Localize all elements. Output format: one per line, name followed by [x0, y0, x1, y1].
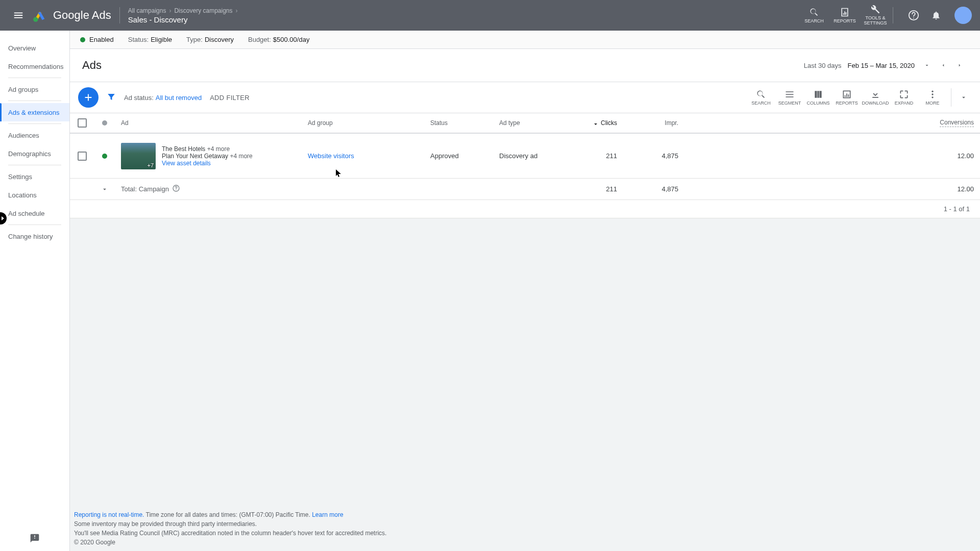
date-range-label: Last 30 days — [804, 62, 842, 69]
table-header: Ad Ad group Status Ad type Clicks Impr. … — [70, 113, 980, 134]
page-header: Ads Last 30 days Feb 15 – Mar 15, 2020 — [70, 49, 980, 82]
type-value: Discovery — [205, 36, 234, 43]
col-ad-group[interactable]: Ad group — [302, 119, 424, 127]
chevron-down-icon[interactable] — [919, 57, 935, 73]
svg-point-4 — [932, 93, 933, 95]
logo[interactable]: Google Ads — [33, 8, 111, 22]
toolbar-reports[interactable]: REPORTS — [832, 89, 861, 106]
app-header: Google Ads All campaigns › Discovery cam… — [0, 0, 980, 31]
status-dot-enabled — [80, 37, 85, 42]
divider — [119, 7, 120, 23]
type-label: Type: — [186, 36, 203, 43]
col-ad[interactable]: Ad — [115, 119, 302, 127]
product-name: Google Ads — [53, 9, 111, 22]
menu-icon[interactable] — [8, 5, 29, 26]
crumb-discovery-campaigns[interactable]: Discovery campaigns — [174, 7, 232, 14]
divider — [893, 7, 893, 23]
total-expand-chevron[interactable] — [94, 186, 115, 193]
table-row: +7 The Best Hotels +4 more Plan Your Nex… — [70, 134, 980, 179]
add-button[interactable] — [78, 87, 99, 108]
row-ad-type: Discovery ad — [493, 152, 562, 160]
budget-label: Budget: — [248, 36, 271, 43]
footer: Reporting is not real-time. Time zone fo… — [70, 506, 980, 551]
toolbar-search[interactable]: SEARCH — [747, 89, 775, 106]
sidebar-item-recommendations[interactable]: Recommendations — [0, 57, 69, 76]
col-conversions[interactable]: Conversions — [684, 119, 980, 127]
row-status: Approved — [424, 152, 493, 160]
campaign-enabled-label[interactable]: Enabled — [89, 36, 114, 43]
date-range-value[interactable]: Feb 15 – Mar 15, 2020 — [847, 62, 915, 69]
ad-group-link[interactable]: Website visitors — [302, 152, 424, 160]
toolbar-segment[interactable]: SEGMENT — [775, 89, 804, 106]
table-total-row: Total: Campaign 211 4,875 12.00 — [70, 179, 980, 200]
page-title: Ads — [82, 59, 102, 72]
table-pager: 1 - 1 of 1 — [70, 200, 980, 218]
status-value: Eligible — [151, 36, 172, 43]
learn-more-link[interactable]: Learn more — [312, 511, 343, 518]
crumb-all-campaigns[interactable]: All campaigns — [128, 7, 166, 14]
select-all-checkbox[interactable] — [78, 118, 87, 128]
status-label: Status: — [128, 36, 149, 43]
footer-line2: Some inventory may be provided through t… — [74, 519, 976, 529]
sidebar-item-ads-extensions[interactable]: Ads & extensions — [0, 103, 69, 121]
sidebar-item-overview[interactable]: Overview — [0, 39, 69, 57]
ad-title-lines: The Best Hotels +4 more Plan Your Next G… — [162, 145, 253, 167]
col-impr[interactable]: Impr. — [623, 119, 684, 127]
top-reports-button[interactable]: REPORTS — [829, 7, 860, 23]
filter-icon[interactable] — [107, 92, 116, 103]
row-conv: 12.00 — [684, 152, 980, 160]
add-filter-button[interactable]: ADD FILTER — [210, 94, 250, 102]
status-dot-header[interactable] — [102, 120, 107, 126]
ad-thumbnail[interactable]: +7 — [121, 143, 156, 169]
help-icon[interactable] — [903, 5, 924, 26]
date-prev-button[interactable] — [935, 57, 951, 73]
total-impr: 4,875 — [623, 185, 684, 193]
date-range-picker: Last 30 days Feb 15 – Mar 15, 2020 — [804, 57, 968, 73]
divider — [951, 88, 951, 107]
row-status-dot[interactable] — [102, 154, 107, 159]
main: Enabled Status: Eligible Type: Discovery… — [70, 31, 980, 551]
sidebar-item-change-history[interactable]: Change history — [0, 227, 69, 245]
toolbar: Ad status: All but removed ADD FILTER SE… — [70, 82, 980, 113]
top-search-button[interactable]: SEARCH — [799, 7, 829, 23]
ads-table: Ad Ad group Status Ad type Clicks Impr. … — [70, 113, 980, 218]
sidebar-item-ad-groups[interactable]: Ad groups — [0, 80, 69, 98]
filter-chip-value[interactable]: All but removed — [156, 94, 202, 102]
top-tools-button[interactable]: TOOLS & SETTINGS — [860, 5, 891, 26]
row-checkbox[interactable] — [78, 152, 87, 161]
thumb-count-badge: +7 — [147, 162, 154, 168]
svg-point-3 — [932, 91, 933, 92]
toolbar-columns[interactable]: COLUMNS — [804, 89, 832, 106]
reporting-link[interactable]: Reporting is not real-time. — [74, 511, 144, 518]
chevron-right-icon: › — [169, 7, 171, 14]
sidebar-item-audiences[interactable]: Audiences — [0, 126, 69, 144]
toolbar-collapse-chevron[interactable] — [955, 94, 972, 101]
google-ads-icon — [33, 8, 47, 22]
col-clicks[interactable]: Clicks — [562, 119, 623, 127]
total-label: Total: Campaign — [121, 185, 169, 193]
status-bar: Enabled Status: Eligible Type: Discovery… — [70, 31, 980, 49]
toolbar-expand[interactable]: EXPAND — [890, 89, 918, 106]
toolbar-download[interactable]: DOWNLOAD — [861, 89, 890, 106]
svg-point-0 — [33, 17, 38, 22]
sidebar-item-ad-schedule[interactable]: Ad schedule — [0, 204, 69, 222]
view-asset-details-link[interactable]: View asset details — [162, 160, 253, 167]
help-icon[interactable] — [172, 184, 182, 194]
total-conv: 12.00 — [684, 185, 980, 193]
footer-copyright: © 2020 Google — [74, 538, 976, 547]
avatar[interactable] — [954, 7, 972, 24]
toolbar-more[interactable]: MORE — [918, 89, 947, 106]
sidebar-item-settings[interactable]: Settings — [0, 167, 69, 186]
sidebar-item-demographics[interactable]: Demographics — [0, 144, 69, 163]
col-status[interactable]: Status — [424, 119, 493, 127]
footer-line3: You'll see Media Rating Council (MRC) ac… — [74, 529, 976, 538]
notifications-icon[interactable] — [926, 5, 946, 26]
feedback-icon[interactable] — [30, 533, 40, 545]
svg-point-5 — [932, 96, 933, 98]
campaign-name: Sales - Discovery — [128, 15, 241, 24]
top-actions: SEARCH REPORTS TOOLS & SETTINGS — [799, 5, 891, 26]
total-clicks: 211 — [562, 185, 623, 193]
sidebar-item-locations[interactable]: Locations — [0, 186, 69, 204]
date-next-button[interactable] — [951, 57, 968, 73]
col-ad-type[interactable]: Ad type — [493, 119, 562, 127]
